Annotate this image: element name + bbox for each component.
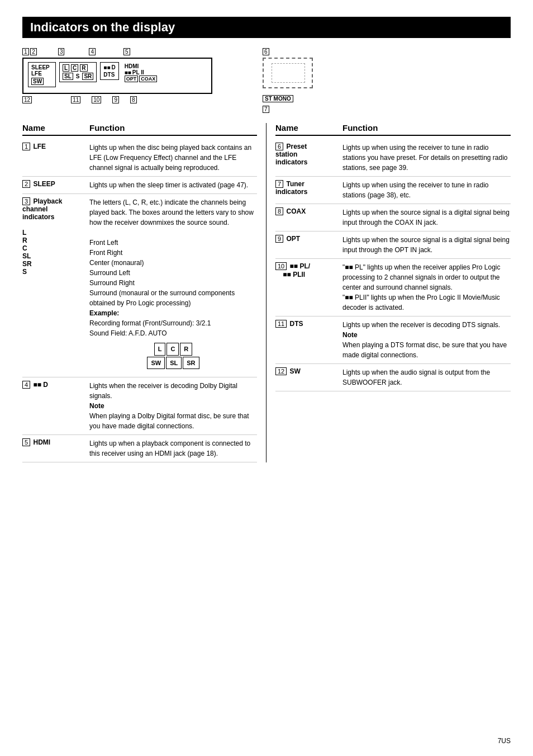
lfe-name: 1 LFE <box>22 143 89 173</box>
tuner-name: 7 Tunerindicators <box>275 180 342 200</box>
diag-num-5: 5 <box>123 48 130 55</box>
page-title: Indicators on the display <box>22 17 511 38</box>
diagram-area: 1 2 3 4 5 SLEEP LFE SW L C R <box>22 48 511 113</box>
main-content: Name Function 1 LFE Lights up when the d… <box>22 123 511 462</box>
entry-lfe: 1 LFE Lights up when the disc being play… <box>22 139 257 177</box>
dd-dts-block: ■■D DTS <box>100 62 118 80</box>
playback-function: The letters (L, C, R, etc.) indicate the… <box>89 197 257 374</box>
entry-coax: 8 COAX Lights up when the source signal … <box>275 204 511 231</box>
lfe-function: Lights up when the disc being played bac… <box>89 143 257 173</box>
diag-num-11: 11 <box>71 96 80 103</box>
sw-name: 12 SW <box>275 367 342 388</box>
sleep-name: 2 SLEEP <box>22 180 89 190</box>
opt-name: 9 OPT <box>275 235 342 255</box>
entry-sleep: 2 SLEEP Lights up when the sleep timer i… <box>22 177 257 194</box>
entry-pl: 10 ■■ PL/ ■■ PLII "■■ PL" lights up when… <box>275 259 511 316</box>
right-name-header: Name <box>275 123 342 133</box>
right-column: Name Function 6 Presetstationindicators … <box>266 123 511 462</box>
coax-function: Lights up when the source signal is a di… <box>342 207 511 228</box>
entry-playback: 3 Playbackchannelindicators L R C SL SR … <box>22 194 257 377</box>
channel-block: L C R SL S SR <box>59 62 97 82</box>
hdmi-name: 5 HDMI <box>22 438 89 459</box>
tuner-function: Lights up when using the receiver to tun… <box>342 180 511 200</box>
preset-function: Lights up when using the receiver to tun… <box>342 143 511 173</box>
diag-num-8: 8 <box>130 96 137 103</box>
dts-name: 11 DTS <box>275 320 342 360</box>
entry-opt: 9 OPT Lights up when the source signal i… <box>275 231 511 259</box>
dts-function: Lights up when the receiver is decoding … <box>342 320 511 360</box>
entry-dts: 11 DTS Lights up when the receiver is de… <box>275 316 511 364</box>
sw-function: Lights up when the audio signal is outpu… <box>342 367 511 388</box>
hdmi-function: Lights up when a playback component is c… <box>89 438 257 459</box>
coax-name: 8 COAX <box>275 207 342 228</box>
sleep-function: Lights up when the sleep timer is activa… <box>89 180 257 190</box>
entry-tuner: 7 Tunerindicators Lights up when using t… <box>275 177 511 204</box>
diag-num-12: 12 <box>22 96 32 103</box>
diagram-left: 1 2 3 4 5 SLEEP LFE SW L C R <box>22 48 235 113</box>
entry-sw: 12 SW Lights up when the audio signal is… <box>275 364 511 391</box>
preset-name: 6 Presetstationindicators <box>275 143 342 173</box>
left-name-header: Name <box>22 123 89 133</box>
entry-dd: 4 ■■ D Lights when the receiver is decod… <box>22 377 257 435</box>
left-col-header: Name Function <box>22 123 257 136</box>
playback-name: 3 Playbackchannelindicators L R C SL SR … <box>22 197 89 374</box>
entry-preset: 6 Presetstationindicators Lights up when… <box>275 139 511 177</box>
st-mono-label: ST MONO <box>263 95 293 102</box>
dd-name: 4 ■■ D <box>22 381 89 431</box>
right-col-header: Name Function <box>275 123 511 136</box>
channel-diagram: LCR SWSLSR <box>89 343 257 369</box>
right-func-header: Function <box>342 123 511 133</box>
pl-name: 10 ■■ PL/ ■■ PLII <box>275 262 342 313</box>
entry-hdmi: 5 HDMI Lights up when a playback compone… <box>22 435 257 462</box>
dd-function: Lights when the receiver is decoding Dol… <box>89 381 257 431</box>
diag-num-4: 4 <box>89 48 96 55</box>
page-number: 7US <box>498 737 511 745</box>
opt-function: Lights up when the source signal is a di… <box>342 235 511 255</box>
diagram-right: 6 ST MONO 7 <box>246 48 313 113</box>
hdmi-block: HDMI ■■PL II OPTCOAX <box>122 62 160 83</box>
diag-num-10: 10 <box>92 96 101 103</box>
diag-num-3: 3 <box>58 48 65 55</box>
diag-num-9: 9 <box>112 96 119 103</box>
diag-num-1: 1 2 <box>22 48 37 55</box>
sleep-lfe-block: SLEEP LFE SW <box>28 62 56 87</box>
left-column: Name Function 1 LFE Lights up when the d… <box>22 123 266 462</box>
pl-function: "■■ PL" lights up when the receiver appl… <box>342 262 511 313</box>
left-func-header: Function <box>89 123 257 133</box>
